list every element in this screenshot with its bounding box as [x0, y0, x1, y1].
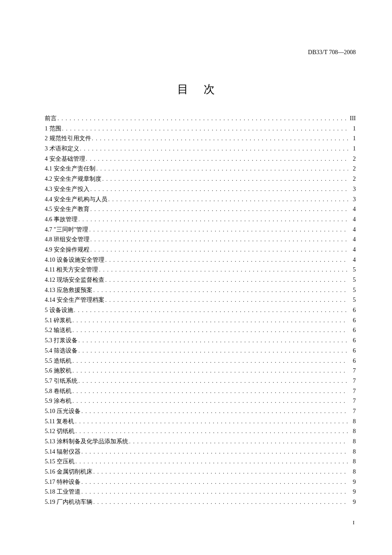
- toc-entry: 前言III: [45, 115, 356, 125]
- toc-entry: 4 安全基础管理2: [45, 155, 356, 165]
- toc-entry-page: 4: [348, 206, 356, 213]
- toc-entry-label: 4.12 现场安全监督检查: [45, 276, 104, 284]
- toc-leader-dots: [74, 418, 348, 425]
- toc-entry-page: 7: [348, 408, 356, 415]
- toc-entry-label: 5.14 辐射仪器: [45, 448, 81, 456]
- toc-entry-page: 6: [348, 327, 356, 334]
- toc-leader-dots: [78, 347, 348, 354]
- toc-entry: 4.9 安全操作规程4: [45, 246, 356, 256]
- toc-entry: 4.11 相关方安全管理5: [45, 266, 356, 276]
- toc-leader-dots: [81, 408, 348, 415]
- toc-entry-page: 8: [348, 428, 356, 435]
- toc-entry-label: 5.6 施胶机: [45, 367, 72, 375]
- toc-leader-dots: [78, 337, 348, 344]
- toc-entry: 5.6 施胶机7: [45, 367, 356, 377]
- toc-entry-page: 6: [348, 307, 356, 314]
- toc-entry: 4.3 安全生产投入3: [45, 185, 356, 196]
- toc-entry-page: 5: [348, 297, 356, 304]
- toc-leader-dots: [72, 327, 348, 334]
- toc-leader-dots: [61, 125, 349, 132]
- toc-entry-label: 4.4 安全生产机构与人员: [45, 196, 107, 203]
- toc-entry-page: 7: [348, 398, 356, 405]
- toc-entry-label: 5.9 涂布机: [45, 397, 72, 405]
- toc-entry-page: 1: [348, 145, 356, 152]
- toc-leader-dots: [85, 156, 349, 162]
- document-code: DB33/T 708—2008: [308, 49, 356, 56]
- toc-entry-page: 4: [348, 246, 356, 253]
- toc-entry-page: 4: [348, 226, 356, 233]
- toc-entry-page: 5: [348, 266, 356, 273]
- toc-entry: 5.12 切纸机8: [45, 428, 356, 438]
- toc-entry-page: 7: [348, 388, 356, 395]
- toc-entry-label: 5.19 厂内机动车辆: [45, 498, 92, 506]
- toc-entry-label: 5.1 碎浆机: [45, 317, 72, 324]
- toc-entry: 1 范围1: [45, 125, 356, 135]
- toc-entry-label: 4.8 班组安全管理: [45, 236, 89, 243]
- toc-entry-page: 2: [348, 156, 356, 162]
- toc-leader-dots: [92, 499, 348, 506]
- toc-entry: 5.18 工业管道9: [45, 488, 356, 498]
- toc-entry: 4.2 安全生产规章制度2: [45, 175, 356, 185]
- toc-entry-label: 5.5 造纸机: [45, 357, 72, 365]
- toc-entry-label: 4.6 事故管理: [45, 216, 78, 223]
- toc-entry-label: 1 范围: [45, 125, 61, 133]
- toc-entry-page: 6: [348, 317, 356, 324]
- toc-entry: 5.5 造纸机6: [45, 357, 356, 367]
- toc-entry: 4.12 现场安全监督检查5: [45, 276, 356, 286]
- toc-entry: 5.4 筛选设备6: [45, 347, 356, 357]
- toc-entry-page: 3: [348, 196, 356, 203]
- toc-leader-dots: [75, 458, 348, 465]
- toc-leader-dots: [78, 378, 348, 384]
- toc-entry: 5.17 特种设备9: [45, 478, 356, 489]
- toc-entry: 5.7 引纸系统7: [45, 377, 356, 387]
- toc-entry-page: 5: [348, 287, 356, 294]
- toc-entry: 5.11 复卷机8: [45, 418, 356, 428]
- toc-entry-label: 5.12 切纸机: [45, 428, 75, 435]
- toc-leader-dots: [88, 226, 348, 233]
- toc-entry: 4.7 "三同时"管理4: [45, 226, 356, 236]
- toc-entry-page: 4: [348, 216, 356, 223]
- toc-entry: 5 设备设施6: [45, 306, 356, 317]
- toc-entry: 5.1 碎浆机6: [45, 317, 356, 327]
- toc-entry-page: 2: [348, 165, 356, 172]
- toc-entry-label: 3 术语和定义: [45, 145, 79, 153]
- toc-entry-page: 8: [348, 448, 356, 455]
- toc-entry-label: 4.2 安全生产规章制度: [45, 175, 101, 183]
- toc-leader-dots: [78, 216, 348, 223]
- toc-entry: 4.13 应急救援预案5: [45, 286, 356, 297]
- toc-leader-dots: [104, 257, 348, 263]
- toc-leader-dots: [101, 176, 348, 182]
- toc-entry-page: 3: [348, 186, 356, 193]
- toc-entry-page: 9: [348, 499, 356, 506]
- toc-entry-page: 8: [348, 458, 356, 465]
- toc-leader-dots: [75, 428, 348, 435]
- toc-entry-page: 6: [348, 358, 356, 364]
- toc-leader-dots: [72, 388, 348, 395]
- toc-entry-page: 8: [348, 418, 356, 425]
- toc-leader-dots: [72, 317, 348, 324]
- toc-entry: 4.8 班组安全管理4: [45, 236, 356, 246]
- toc-leader-dots: [89, 186, 348, 193]
- toc-leader-dots: [89, 206, 348, 213]
- table-of-contents: 前言III1 范围12 规范性引用文件13 术语和定义14 安全基础管理24.1…: [45, 115, 356, 509]
- toc-leader-dots: [89, 246, 348, 253]
- toc-entry-label: 5.7 引纸系统: [45, 377, 78, 385]
- toc-entry: 5.13 涂料制备及化学品添加系统8: [45, 438, 356, 448]
- toc-entry: 4.14 安全生产管理档案5: [45, 296, 356, 306]
- toc-entry: 5.10 压光设备7: [45, 408, 356, 418]
- toc-entry-label: 5.2 输送机: [45, 327, 72, 334]
- toc-entry-label: 2 规范性引用文件: [45, 135, 91, 142]
- toc-leader-dots: [98, 266, 348, 273]
- toc-entry-label: 4 安全基础管理: [45, 155, 85, 163]
- toc-leader-dots: [104, 297, 348, 304]
- toc-entry-label: 5.4 筛选设备: [45, 347, 78, 355]
- toc-entry-label: 5.10 压光设备: [45, 408, 81, 415]
- toc-leader-dots: [107, 196, 348, 203]
- toc-leader-dots: [95, 165, 348, 172]
- toc-entry-label: 5.11 复卷机: [45, 418, 74, 425]
- toc-entry: 5.2 输送机6: [45, 327, 356, 337]
- toc-entry-label: 4.9 安全操作规程: [45, 246, 89, 254]
- toc-entry: 5.3 打浆设备6: [45, 337, 356, 347]
- toc-entry: 5.14 辐射仪器8: [45, 448, 356, 458]
- toc-entry-page: 5: [348, 277, 356, 283]
